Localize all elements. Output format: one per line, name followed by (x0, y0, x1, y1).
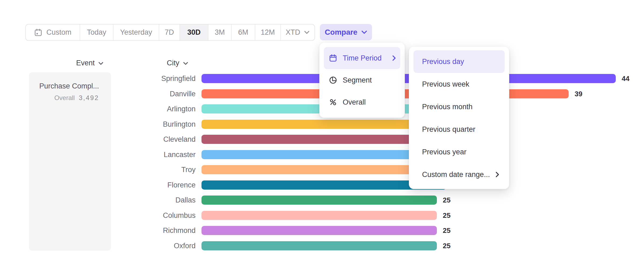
overall-label: Overall (54, 94, 75, 102)
bar-value-danville: 39 (575, 89, 582, 98)
bar-springfield[interactable] (201, 74, 616, 83)
segment-icon (329, 76, 337, 84)
toolbar-item-label: 6M (238, 28, 248, 37)
overall-value: 3,492 (79, 94, 99, 102)
bar-columbus[interactable] (201, 211, 437, 220)
bar-label-cleveland: Cleveland (108, 132, 196, 147)
event-column-header[interactable]: Event (76, 58, 104, 68)
menu-item-overall[interactable]: Overall (324, 91, 400, 113)
menu-item-time-period[interactable]: Time Period (324, 47, 400, 69)
percent-icon (329, 98, 337, 106)
menu-item-label: Segment (343, 76, 396, 84)
bar-label-springfield: Springfield (108, 71, 196, 86)
bar-label-lancaster: Lancaster (108, 147, 196, 162)
date-range-toolbar: CustomTodayYesterday7D30D3M6M12MXTD (25, 24, 315, 41)
toolbar-item-label: 12M (261, 28, 275, 37)
toolbar-item-label: 7D (165, 28, 174, 37)
toolbar-item-30d[interactable]: 30D (180, 24, 208, 40)
toolbar-item-custom[interactable]: Custom (26, 24, 80, 40)
chevron-down-icon (361, 30, 367, 34)
menu-item-label: Overall (343, 98, 396, 106)
event-card[interactable]: Purchase Compl... Overall 3,492 (29, 72, 111, 251)
toolbar-item-7d[interactable]: 7D (159, 24, 180, 40)
calendar-icon (34, 28, 43, 37)
compare-button-label: Compare (325, 28, 357, 37)
bar-label-danville: Danville (108, 86, 196, 101)
toolbar-item-label: Yesterday (120, 28, 152, 37)
toolbar-item-yesterday[interactable]: Yesterday (114, 24, 159, 40)
bar-label-columbus: Columbus (108, 208, 196, 223)
toolbar-item-label: XTD (286, 28, 300, 37)
menu-item-label: Time Period (343, 54, 387, 62)
chevron-down-icon (183, 62, 188, 65)
menu-item-label: Previous quarter (422, 125, 499, 134)
city-column-header[interactable]: City (167, 58, 188, 68)
bar-label-arlington: Arlington (108, 101, 196, 116)
menu-item-previous-quarter[interactable]: Previous quarter (413, 118, 505, 141)
bar-label-richmond: Richmond (108, 223, 196, 238)
menu-item-custom-date-range[interactable]: Custom date range... (413, 163, 505, 186)
toolbar-item-6m[interactable]: 6M (232, 24, 255, 40)
menu-item-label: Previous week (422, 80, 499, 88)
menu-item-previous-week[interactable]: Previous week (413, 73, 505, 95)
bar-value-springfield: 44 (622, 74, 629, 83)
compare-button[interactable]: Compare (320, 24, 372, 40)
menu-item-previous-day[interactable]: Previous day (413, 50, 505, 73)
compare-menu: Time PeriodSegmentOverall (319, 42, 405, 118)
bar-oxford[interactable] (201, 241, 437, 250)
toolbar-item-12m[interactable]: 12M (255, 24, 281, 40)
event-header-label: Event (76, 59, 95, 67)
chevron-down-icon (304, 31, 310, 34)
toolbar-item-label: 3M (215, 28, 225, 37)
menu-item-segment[interactable]: Segment (324, 69, 400, 91)
event-name: Purchase Compl... (34, 82, 99, 90)
menu-item-label: Previous year (422, 148, 499, 156)
time-period-menu: Previous dayPrevious weekPrevious monthP… (409, 47, 509, 189)
bar-richmond[interactable] (201, 226, 437, 235)
bar-value-columbus: 25 (443, 211, 451, 220)
menu-item-previous-year[interactable]: Previous year (413, 141, 505, 163)
bar-value-richmond: 25 (443, 226, 451, 235)
toolbar-item-label: Custom (46, 28, 71, 37)
bar-label-oxford: Oxford (108, 238, 196, 253)
bar-label-burlington: Burlington (108, 117, 196, 132)
menu-item-label: Previous month (422, 103, 499, 111)
analytics-page: CustomTodayYesterday7D30D3M6M12MXTD Comp… (0, 0, 644, 270)
toolbar-item-3m[interactable]: 3M (208, 24, 232, 40)
chevron-down-icon (98, 62, 104, 65)
chevron-right-icon (496, 172, 499, 177)
chevron-right-icon (392, 55, 396, 61)
event-stats: Overall 3,492 (34, 94, 99, 102)
toolbar-item-label: 30D (187, 28, 201, 37)
toolbar-item-today[interactable]: Today (80, 24, 114, 40)
menu-item-label: Custom date range... (422, 170, 496, 179)
bar-label-dallas: Dallas (108, 193, 196, 208)
bar-value-oxford: 25 (443, 241, 451, 250)
bar-label-troy: Troy (108, 162, 196, 177)
bar-label-florence: Florence (108, 177, 196, 193)
toolbar-item-xtd[interactable]: XTD (281, 24, 314, 40)
menu-item-label: Previous day (422, 58, 499, 66)
toolbar-item-label: Today (87, 28, 106, 37)
city-header-label: City (167, 59, 179, 67)
calendar-period-icon (329, 54, 337, 62)
menu-item-previous-month[interactable]: Previous month (413, 95, 505, 118)
bar-dallas[interactable] (201, 196, 437, 205)
bar-value-dallas: 25 (443, 196, 451, 205)
